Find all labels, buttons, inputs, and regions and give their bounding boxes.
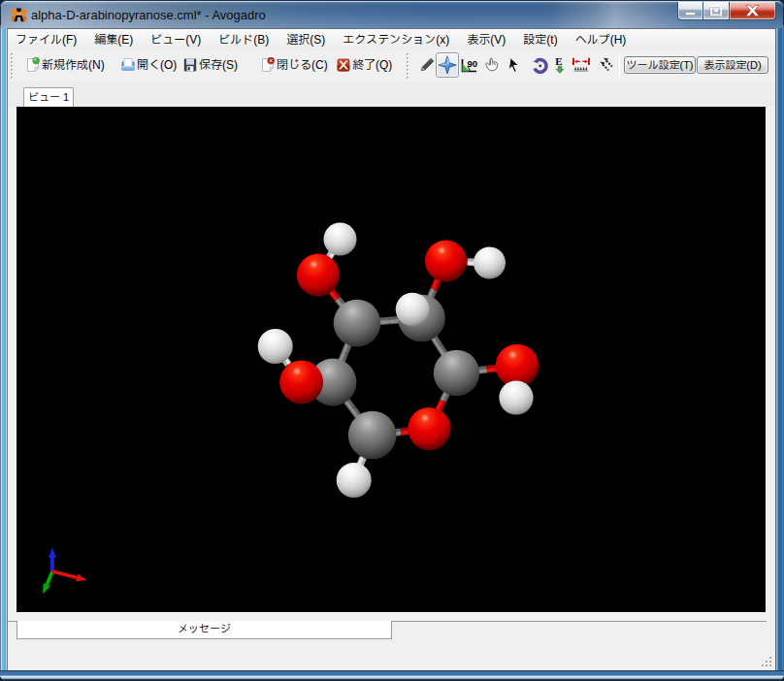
bond-centric-tool[interactable]: 90: [458, 52, 481, 78]
toolbar-drag-handle-2[interactable]: [407, 53, 411, 79]
window-frame-left[interactable]: [0, 25, 8, 677]
view-tab-strip: ビュー 1: [8, 82, 775, 107]
menu-file[interactable]: ファイル(F): [8, 29, 85, 49]
atom-C: [434, 350, 479, 396]
menu-build[interactable]: ビルド(B): [210, 29, 278, 49]
quit-icon: [336, 57, 351, 73]
pencil-icon: [418, 56, 436, 74]
svg-text:E: E: [555, 56, 562, 67]
selection-arrow-tool[interactable]: [503, 52, 526, 78]
atom-O: [279, 361, 323, 405]
close-document-icon: [260, 57, 276, 73]
minimize-icon: [678, 2, 702, 19]
new-file-button[interactable]: 新規作成(N): [21, 51, 109, 79]
save-file-button[interactable]: 保存(S): [179, 51, 242, 79]
close-button[interactable]: [730, 2, 776, 20]
menu-extensions[interactable]: エクステンション(x): [334, 29, 458, 49]
menu-view[interactable]: ビュー(V): [142, 29, 210, 49]
new-document-icon: [25, 57, 41, 73]
navigate-compass-icon: [438, 55, 457, 75]
toolbar-drag-handle[interactable]: [11, 53, 16, 79]
tool-settings-button[interactable]: ツール設定(T): [624, 56, 696, 74]
align-tool[interactable]: [594, 52, 617, 78]
atom-O: [425, 241, 467, 282]
atom-O: [408, 407, 450, 450]
maximize-button[interactable]: [703, 2, 730, 20]
message-dock-tab[interactable]: メッセージ: [16, 621, 392, 639]
atom-O: [297, 254, 340, 297]
atom-H: [396, 293, 430, 327]
display-settings-button[interactable]: 表示設定(D): [697, 56, 768, 74]
bond-centric-icon: 90: [460, 56, 479, 74]
main-toolbar: 新規作成(N) 開く(O): [8, 49, 775, 82]
window-frame-right[interactable]: [775, 25, 784, 677]
close-icon: [730, 2, 775, 19]
close-file-button[interactable]: 閉じる(C): [256, 51, 332, 79]
rotate-arrow-icon: [531, 56, 549, 75]
molecule-render: [16, 107, 766, 612]
atom-C: [348, 411, 397, 460]
menu-help[interactable]: ヘルプ(H): [567, 29, 636, 49]
arrow-cursor-icon: [506, 56, 523, 74]
axes-indicator: [43, 548, 86, 595]
optimize-e-arrow-icon: E: [552, 56, 568, 75]
maximize-icon: [703, 2, 729, 19]
svg-text:90: 90: [468, 58, 478, 69]
client-area: ファイル(F) 編集(E) ビュー(V) ビルド(B) 選択(S) エクステンシ…: [8, 28, 775, 670]
navigate-tool[interactable]: [436, 52, 459, 78]
atom-H: [258, 329, 293, 364]
measure-ruler-icon: [572, 56, 591, 74]
open-file-button[interactable]: 開く(O): [116, 51, 180, 79]
avogadro-window: alpha-D-arabinopyranose.cml* - Avogadro: [0, 0, 784, 681]
avogadro-app-icon: [11, 7, 27, 23]
title-bar[interactable]: alpha-D-arabinopyranose.cml* - Avogadro: [1, 1, 783, 28]
atom-H: [337, 463, 372, 498]
menu-select[interactable]: 選択(S): [278, 29, 334, 49]
molecule-atoms: [258, 223, 539, 499]
menu-edit[interactable]: 編集(E): [85, 29, 142, 49]
toolbar-separator: [619, 54, 620, 78]
open-folder-icon: [120, 57, 136, 73]
caption-buttons: [677, 2, 776, 20]
minimize-button[interactable]: [677, 2, 703, 20]
window-title: alpha-D-arabinopyranose.cml* - Avogadro: [31, 8, 266, 23]
hand-pointer-icon: [483, 56, 501, 74]
gl-viewport[interactable]: [16, 107, 767, 613]
menu-bar: ファイル(F) 編集(E) ビュー(V) ビルド(B) 選択(S) エクステンシ…: [8, 28, 775, 49]
measure-tool[interactable]: [570, 52, 593, 78]
atom-H: [499, 380, 533, 414]
view-tab-1[interactable]: ビュー 1: [23, 87, 74, 107]
align-arrows-icon: [597, 56, 614, 74]
manipulate-hand-tool[interactable]: [480, 52, 504, 78]
save-floppy-icon: [182, 57, 198, 73]
auto-optimize-tool[interactable]: E: [548, 52, 572, 78]
atom-H: [474, 247, 506, 279]
menu-settings[interactable]: 設定(t): [514, 29, 566, 49]
resize-grip[interactable]: [761, 656, 773, 668]
quit-button[interactable]: 終了(Q): [332, 51, 396, 79]
atom-H: [324, 223, 357, 256]
menu-display[interactable]: 表示(V): [458, 29, 514, 49]
atom-C: [334, 300, 381, 347]
window-frame-bottom[interactable]: [0, 670, 784, 681]
